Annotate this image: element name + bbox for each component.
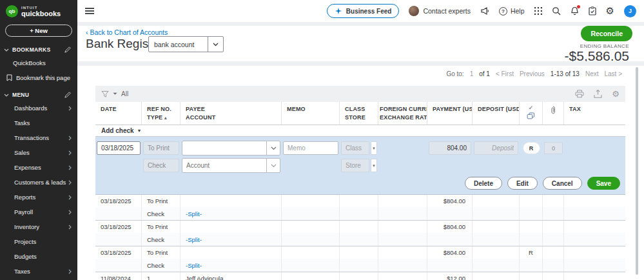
search-icon[interactable] [552, 6, 561, 15]
contact-experts-button[interactable]: Contact experts [409, 6, 471, 16]
settings-gear-icon[interactable]: ⚙ [606, 6, 614, 15]
user-avatar[interactable]: J [624, 5, 636, 17]
print-icon[interactable] [575, 90, 584, 98]
sidebar-item-transactions[interactable]: Transactions [0, 130, 77, 145]
class-input[interactable] [341, 141, 369, 155]
store-input[interactable] [341, 159, 369, 172]
store-dropdown-button[interactable]: ▼ [371, 159, 377, 172]
table-row[interactable]: 03/18/2025 To Print $804.00 R Check -Spl… [95, 246, 625, 272]
add-check-dropdown[interactable]: Add check ▼ [95, 125, 625, 137]
payment-input[interactable] [429, 141, 471, 155]
edit-pencil-icon[interactable] [64, 46, 71, 53]
sidebar-item-reports[interactable]: Reports [0, 190, 77, 205]
split-link[interactable]: -Split- [181, 233, 282, 246]
deposit-input[interactable] [474, 141, 518, 155]
save-button[interactable]: Save [587, 177, 620, 190]
sidebar-item-expenses[interactable]: Expenses [0, 160, 77, 175]
bookmark-item-quickbooks[interactable]: QuickBooks [0, 55, 77, 70]
attachment-count-field[interactable]: 0 [544, 142, 563, 154]
account-combobox[interactable] [182, 158, 280, 173]
table-row[interactable]: 11/08/2024 1 Jeff Advincula $12.00 [95, 272, 625, 280]
sidebar-item-taxes[interactable]: Taxes [0, 264, 77, 279]
account-dropdown-button[interactable] [266, 159, 280, 172]
col-header-memo[interactable]: MEMO [282, 102, 340, 125]
filter-value[interactable]: All [121, 90, 128, 97]
payee-combobox[interactable] [182, 141, 280, 155]
back-to-chart-of-accounts-link[interactable]: ‹ Back to Chart of Accounts [86, 28, 168, 36]
apps-grid-icon[interactable] [534, 7, 542, 15]
sidebar-item-projects[interactable]: Projects [0, 234, 77, 249]
col-header-date[interactable]: DATE [95, 102, 142, 125]
chevron-right-icon [68, 195, 72, 200]
table-row[interactable]: 03/18/2025 To Print $804.00 Check -Split… [95, 221, 625, 246]
sidebar-item-tasks[interactable]: Tasks [0, 115, 77, 130]
export-icon[interactable] [594, 90, 602, 98]
class-dropdown-button[interactable]: ▼ [371, 141, 377, 155]
page-number-input[interactable]: 1 [470, 70, 474, 77]
col-header-reconcile[interactable]: ✓ [520, 102, 543, 125]
sidebar-item-budgets[interactable]: Budgets [0, 249, 77, 264]
first-page-link[interactable]: < First [496, 70, 514, 77]
bookmarks-title: BOOKMARKS [12, 46, 50, 53]
bookmarks-section-header[interactable]: BOOKMARKS [0, 43, 77, 55]
col-header-class-store[interactable]: CLASSSTORE [340, 102, 378, 125]
reconcile-status: R [520, 246, 543, 259]
col-header-payee-account[interactable]: PAYEEACCOUNT [181, 102, 282, 125]
table-row[interactable]: 03/18/2025 To Print $804.00 Check -Split… [95, 195, 625, 221]
chevron-down-icon [213, 43, 219, 46]
account-input[interactable] [182, 159, 266, 172]
next-page-link[interactable]: Next [585, 70, 599, 77]
edit-pencil-icon[interactable] [64, 92, 71, 98]
col-header-payment[interactable]: PAYMENT (USD) [427, 102, 473, 125]
table-settings-gear-icon[interactable]: ⚙ [612, 90, 620, 99]
announcements-megaphone-icon[interactable] [480, 7, 489, 15]
vertical-scrollbar[interactable] [636, 67, 638, 275]
sidebar-item-sales[interactable]: Sales [0, 145, 77, 160]
bank-account-selector[interactable]: bank account [148, 36, 224, 52]
col-header-tax[interactable]: TAX [564, 102, 625, 125]
last-page-link[interactable]: Last > [604, 70, 622, 77]
memo-input[interactable] [283, 141, 338, 155]
collapse-menu-icon[interactable] [85, 6, 94, 15]
new-button[interactable]: + New [5, 25, 72, 37]
col-header-refno-type[interactable]: REF NO.TYPE ▴ [142, 102, 181, 125]
menu-section-header[interactable]: MENU [0, 88, 77, 101]
col-header-deposit[interactable]: DEPOSIT (USD) [473, 102, 520, 125]
reconcile-status-toggle[interactable]: R [523, 142, 540, 154]
notifications-bell-icon[interactable] [571, 6, 579, 15]
split-link[interactable]: -Split- [181, 259, 282, 272]
sidebar-item-customers-leads[interactable]: Customers & leads [0, 175, 77, 190]
copy-icon[interactable] [527, 112, 535, 119]
chevron-right-icon [68, 165, 72, 170]
chevron-down-icon: ▼ [137, 128, 142, 133]
edit-actions: Delete Edit Cancel Save [95, 174, 625, 194]
col-header-foreign-currency[interactable]: FOREIGN CURRENCYEXCHANGE RATE [378, 102, 427, 125]
filter-funnel-icon[interactable] [101, 90, 109, 98]
delete-button[interactable]: Delete [465, 177, 502, 190]
tasks-clipboard-icon[interactable] [589, 6, 596, 15]
sidebar-item-inventory[interactable]: Inventory [0, 219, 77, 234]
sidebar: qb INTUIT quickbooks + New BOOKMARKS Qui… [0, 0, 77, 280]
business-feed-button[interactable]: Business Feed [327, 4, 400, 18]
col-header-attachments[interactable] [543, 102, 564, 125]
expert-avatar [409, 6, 419, 16]
chevron-down-icon [4, 94, 9, 97]
reconcile-button[interactable]: Reconcile [581, 26, 632, 41]
qb-logo-icon: qb [6, 5, 18, 17]
chevron-right-icon [68, 180, 72, 185]
bookmark-this-page[interactable]: Bookmark this page [0, 70, 77, 85]
filter-dropdown-icon[interactable] [113, 92, 117, 95]
previous-page-link[interactable]: Previous [520, 70, 545, 77]
cancel-button[interactable]: Cancel [543, 177, 582, 190]
edit-button[interactable]: Edit [507, 177, 538, 190]
date-input[interactable] [97, 141, 141, 155]
split-link[interactable]: -Split- [181, 207, 282, 220]
sidebar-item-dashboards[interactable]: Dashboards [0, 101, 77, 115]
help-button[interactable]: ? Help [499, 7, 525, 15]
main-area: Business Feed Contact experts ? Help [77, 0, 644, 280]
exchange-rate-cell [378, 139, 427, 157]
sidebar-item-payroll[interactable]: Payroll [0, 205, 77, 219]
payee-input[interactable] [182, 141, 266, 155]
quickbooks-logo[interactable]: qb INTUIT quickbooks [0, 0, 77, 20]
payee-dropdown-button[interactable] [266, 141, 280, 155]
